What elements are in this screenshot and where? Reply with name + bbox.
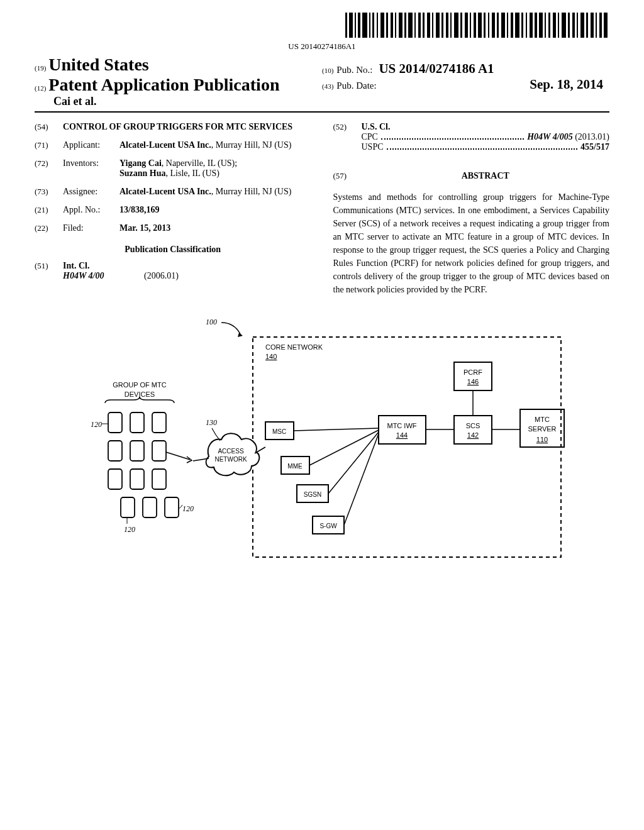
svg-rect-59 bbox=[454, 362, 492, 390]
inid-pubno: (10) bbox=[322, 67, 333, 74]
svg-rect-36 bbox=[511, 13, 513, 38]
svg-rect-26 bbox=[465, 13, 468, 38]
mtc-server-label-1: MTC bbox=[535, 416, 550, 423]
application-number: 13/838,169 bbox=[119, 205, 311, 215]
uspc-dots bbox=[387, 148, 578, 150]
svg-rect-42 bbox=[539, 13, 543, 38]
svg-rect-35 bbox=[507, 13, 508, 38]
svg-rect-20 bbox=[436, 13, 440, 38]
author-names: Cai et al. bbox=[53, 95, 96, 108]
country-name: United States bbox=[48, 55, 148, 74]
svg-rect-55 bbox=[599, 13, 602, 38]
inid-inventors: (72) bbox=[35, 158, 63, 179]
svg-rect-80 bbox=[152, 441, 166, 461]
intcl-date: (2006.01) bbox=[144, 271, 179, 280]
filed-label: Filed: bbox=[63, 223, 119, 233]
publication-date: Sep. 18, 2014 bbox=[530, 77, 609, 92]
svg-rect-79 bbox=[130, 441, 144, 461]
svg-rect-30 bbox=[484, 13, 486, 38]
svg-rect-10 bbox=[391, 13, 393, 38]
inventor-2-loc: , Lisle, IL (US) bbox=[166, 169, 219, 178]
svg-rect-19 bbox=[432, 13, 433, 38]
cpc-label: CPC bbox=[362, 132, 378, 142]
svg-rect-5 bbox=[369, 13, 370, 38]
inid-title: (54) bbox=[35, 122, 63, 132]
inid-applicant: (71) bbox=[35, 140, 63, 150]
assignee-location: , Murray Hill, NJ (US) bbox=[211, 187, 292, 196]
svg-rect-2 bbox=[355, 13, 356, 38]
svg-rect-37 bbox=[515, 13, 519, 38]
svg-rect-18 bbox=[427, 13, 430, 38]
publication-type: Patent Application Publication bbox=[48, 75, 279, 94]
pcrf-num: 146 bbox=[467, 378, 479, 385]
mtc-iwf-num: 144 bbox=[396, 431, 408, 439]
core-network-num: 140 bbox=[265, 353, 277, 360]
applno-field: (21) Appl. No.: 13/838,169 bbox=[35, 205, 311, 215]
svg-rect-40 bbox=[530, 13, 533, 38]
applicant-location: , Murray Hill, NJ (US) bbox=[211, 140, 292, 150]
document-header: (19) United States (12) Patent Applicati… bbox=[35, 55, 609, 113]
abstract-text: Systems and methods for controlling grou… bbox=[333, 191, 610, 296]
svg-rect-45 bbox=[553, 13, 556, 38]
applicant-field: (71) Applicant: Alcatel-Lucent USA Inc.,… bbox=[35, 140, 311, 150]
msc-label: MSC bbox=[272, 428, 286, 435]
svg-rect-81 bbox=[108, 469, 122, 489]
svg-rect-27 bbox=[470, 13, 471, 38]
intcl-class: H04W 4/00 bbox=[63, 271, 104, 280]
group-mtc-label-1: GROUP OF MTC bbox=[113, 381, 166, 389]
inventors-field: (72) Inventors: Yigang Cai, Naperville, … bbox=[35, 158, 311, 179]
uspc-value: 455/517 bbox=[580, 142, 609, 152]
barcode-number: US 20140274186A1 bbox=[35, 42, 609, 52]
body-columns: (54) CONTROL OF GROUP TRIGGERS FOR MTC S… bbox=[35, 122, 609, 296]
title-field: (54) CONTROL OF GROUP TRIGGERS FOR MTC S… bbox=[35, 122, 311, 132]
svg-rect-1 bbox=[349, 13, 353, 38]
inid-intcl: (51) bbox=[35, 261, 63, 271]
network-diagram: 100 CORE NETWORK 140 PCRF 146 SCS 142 MT… bbox=[64, 315, 580, 573]
inid-uscl: (52) bbox=[333, 122, 362, 132]
svg-rect-83 bbox=[152, 469, 166, 489]
cpc-value: H04W 4/005 bbox=[527, 132, 572, 141]
mtc-server-num: 110 bbox=[536, 436, 548, 443]
inventor-2-name: Suzann Hua bbox=[119, 169, 166, 178]
filed-field: (22) Filed: Mar. 15, 2013 bbox=[35, 223, 311, 233]
svg-rect-61 bbox=[379, 416, 426, 444]
barcode-section: US 20140274186A1 bbox=[35, 13, 609, 52]
svg-rect-22 bbox=[446, 13, 448, 38]
svg-rect-48 bbox=[568, 13, 570, 38]
svg-rect-8 bbox=[380, 13, 384, 38]
svg-rect-82 bbox=[130, 469, 144, 489]
svg-rect-32 bbox=[492, 13, 495, 38]
svg-rect-52 bbox=[586, 13, 588, 38]
svg-rect-84 bbox=[121, 497, 135, 517]
svg-rect-15 bbox=[414, 13, 416, 38]
scs-num: 142 bbox=[467, 431, 479, 439]
inventor-1-name: Yigang Cai bbox=[119, 158, 162, 168]
inventors-label: Inventors: bbox=[63, 158, 119, 179]
svg-rect-13 bbox=[404, 13, 406, 38]
ref-100: 100 bbox=[206, 318, 217, 326]
pubdate-label: Pub. Date: bbox=[336, 80, 376, 91]
svg-rect-4 bbox=[362, 13, 367, 38]
svg-rect-11 bbox=[395, 13, 396, 38]
svg-rect-51 bbox=[580, 13, 584, 38]
svg-rect-60 bbox=[454, 416, 492, 444]
svg-rect-49 bbox=[572, 13, 575, 38]
inid-applno: (21) bbox=[35, 205, 63, 215]
assignee-field: (73) Assignee: Alcatel-Lucent USA Inc., … bbox=[35, 187, 311, 197]
svg-rect-0 bbox=[345, 13, 347, 38]
svg-rect-44 bbox=[548, 13, 550, 38]
svg-rect-41 bbox=[535, 13, 537, 38]
svg-rect-56 bbox=[604, 13, 608, 38]
access-network-label-1: ACCESS bbox=[218, 448, 243, 455]
sgsn-label: SGSN bbox=[304, 491, 321, 498]
uscl-field: (52) U.S. Cl. bbox=[333, 122, 610, 132]
svg-rect-12 bbox=[399, 13, 402, 38]
svg-rect-76 bbox=[130, 412, 144, 433]
cpc-date: (2013.01) bbox=[573, 132, 609, 141]
svg-rect-86 bbox=[165, 497, 179, 517]
access-network-label-2: NETWORK bbox=[214, 456, 247, 463]
assignee-name: Alcatel-Lucent USA Inc. bbox=[119, 187, 211, 196]
svg-rect-17 bbox=[423, 13, 425, 38]
ref-120-3: 120 bbox=[124, 525, 135, 534]
assignee-label: Assignee: bbox=[63, 187, 119, 197]
